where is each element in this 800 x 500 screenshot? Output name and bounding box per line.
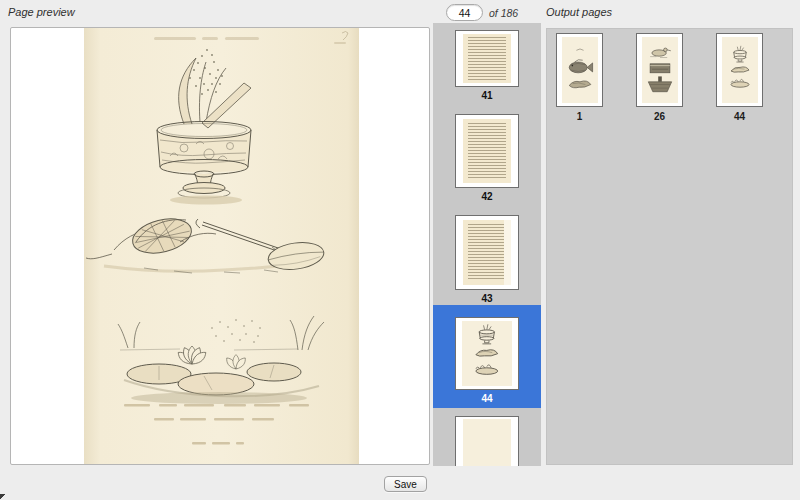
- filmstrip-thumb-label: 43: [481, 293, 492, 304]
- page-scan-illustration: [84, 28, 359, 464]
- thumbnail-frame: [455, 317, 519, 390]
- page-thumbnail-filmstrip[interactable]: 41 42 43: [433, 23, 541, 466]
- pinecone-illustration: [86, 213, 326, 273]
- mini-plate-illustration: [722, 37, 758, 103]
- blank-page-thumbnail: [463, 419, 511, 466]
- filmstrip-thumb-44-selected[interactable]: 44: [433, 305, 541, 408]
- filmstrip-thumb-42[interactable]: 42: [433, 114, 541, 202]
- water-lilies-illustration: [118, 316, 324, 404]
- page-total-label: of 186: [489, 7, 518, 19]
- filmstrip-thumb-45-partial[interactable]: [433, 416, 541, 466]
- thumbnail-frame: [455, 30, 519, 87]
- thumbnail-frame: [455, 215, 519, 290]
- plate-page-thumbnail: [562, 37, 598, 103]
- faint-caption-text: [124, 404, 309, 445]
- screen-corner-artifact: [0, 494, 7, 500]
- plate-page-thumbnail: [722, 37, 758, 103]
- output-thumb-label: 44: [734, 111, 745, 122]
- output-thumb-44[interactable]: 44: [716, 33, 763, 122]
- fish-plate-illustration: [562, 37, 598, 103]
- output-pages-panel: 1: [546, 28, 793, 465]
- thumbnail-frame: [636, 33, 683, 107]
- filmstrip-thumb-label: 42: [481, 191, 492, 202]
- page-preview-label: Page preview: [8, 6, 75, 18]
- duck-plate-illustration: [642, 37, 678, 103]
- thumbnail-frame: [716, 33, 763, 107]
- faint-header-text: [154, 37, 346, 44]
- text-page-thumbnail: [463, 220, 511, 286]
- mini-plate-illustration: [462, 321, 512, 386]
- output-thumb-label: 26: [654, 111, 665, 122]
- thumbnail-frame: [556, 33, 603, 107]
- plate-page-thumbnail: [462, 321, 512, 386]
- page-preview-panel: [10, 27, 430, 465]
- text-page-thumbnail: [463, 119, 511, 184]
- thumbnail-frame: [455, 114, 519, 188]
- filmstrip-thumb-label: 44: [481, 393, 492, 404]
- pencil-mark: [342, 32, 348, 41]
- plate-page-thumbnail: [642, 37, 678, 103]
- thumbnail-frame: [455, 416, 519, 466]
- output-thumb-26[interactable]: 26: [636, 33, 683, 122]
- save-button[interactable]: Save: [384, 476, 427, 492]
- output-thumb-1[interactable]: 1: [556, 33, 603, 122]
- filmstrip-thumb-41[interactable]: 41: [433, 30, 541, 101]
- output-thumb-label: 1: [577, 111, 583, 122]
- text-page-thumbnail: [463, 34, 511, 84]
- output-pages-label: Output pages: [546, 6, 612, 18]
- vase-illustration: [157, 49, 251, 204]
- filmstrip-thumb-43[interactable]: 43: [433, 215, 541, 304]
- page-number-input[interactable]: [446, 4, 483, 21]
- filmstrip-thumb-label: 41: [481, 90, 492, 101]
- preview-page-scan: [84, 28, 359, 464]
